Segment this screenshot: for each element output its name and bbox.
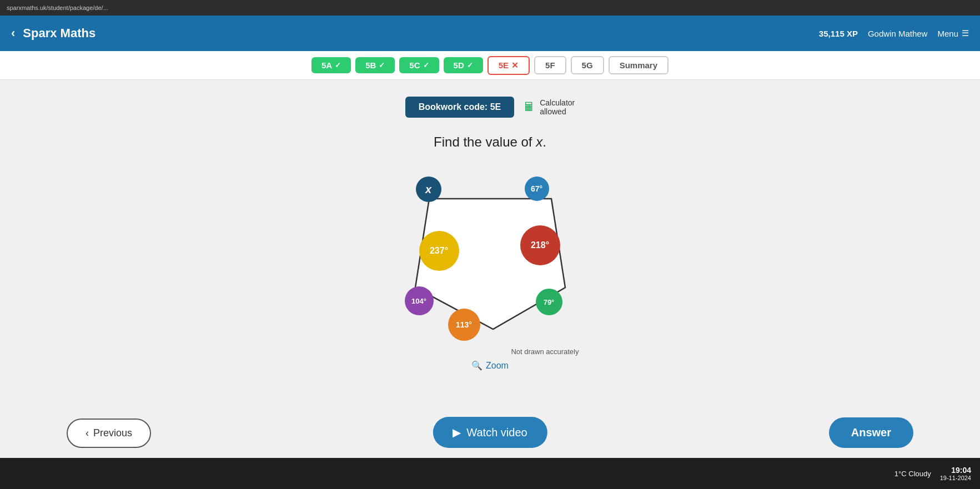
not-drawn-label: Not drawn accurately <box>401 347 579 356</box>
x-icon-5E: ✕ <box>511 61 519 70</box>
angle-104: 104° <box>405 286 434 315</box>
menu-button[interactable]: Menu ☰ <box>937 28 969 38</box>
tab-5A[interactable]: 5A ✓ <box>311 57 351 73</box>
tab-bar: 5A ✓ 5B ✓ 5C ✓ 5D ✓ 5E ✕ 5F 5G Summary <box>0 51 980 80</box>
question-text: Find the value of x. <box>434 134 546 150</box>
clock-display: 19:04 <box>940 466 971 475</box>
watch-video-container: ▶ Watch video <box>433 417 547 448</box>
bookwork-code-button[interactable]: Bookwork code: 5E <box>405 97 514 118</box>
calculator-badge: 🖩 Calculator allowed <box>523 98 575 116</box>
angle-79: 79° <box>536 289 562 315</box>
check-icon-5C: ✓ <box>423 61 429 69</box>
tab-5E[interactable]: 5E ✕ <box>488 56 530 75</box>
bookwork-bar: Bookwork code: 5E 🖩 Calculator allowed <box>405 97 575 118</box>
angle-113: 113° <box>448 309 480 341</box>
previous-button[interactable]: ‹ Previous <box>67 419 151 448</box>
username-display: Godwin Mathew <box>868 29 928 38</box>
calculator-label: Calculator <box>540 98 575 107</box>
tab-5G[interactable]: 5G <box>571 56 604 74</box>
tab-summary[interactable]: Summary <box>609 56 669 74</box>
tab-5F[interactable]: 5F <box>534 56 566 74</box>
date-display: 19-11-2024 <box>940 475 971 481</box>
check-icon-5D: ✓ <box>467 61 473 69</box>
check-icon-5B: ✓ <box>379 61 385 69</box>
weather-display: 1°C Cloudy <box>894 470 931 478</box>
diagram-container: x 67° 237° 218° 104° 79° 113° <box>401 165 579 337</box>
previous-icon: ‹ <box>86 427 89 439</box>
check-icon-5A: ✓ <box>335 61 341 69</box>
angle-67: 67° <box>525 177 549 201</box>
watch-video-icon: ▶ <box>453 426 461 439</box>
app-title: Sparx Maths <box>23 26 96 41</box>
calculator-icon: 🖩 <box>523 100 535 114</box>
previous-label: Previous <box>93 427 132 439</box>
xp-display: 35,115 XP <box>819 29 858 38</box>
angle-237: 237° <box>419 231 459 271</box>
watch-video-button[interactable]: ▶ Watch video <box>433 417 547 448</box>
taskbar: 1°C Cloudy 19:04 19-11-2024 <box>0 458 980 489</box>
tab-5B[interactable]: 5B ✓ <box>355 57 395 73</box>
zoom-button[interactable]: 🔍 Zoom <box>471 360 509 371</box>
tab-5C[interactable]: 5C ✓ <box>399 57 439 73</box>
browser-bar: sparxmaths.uk/student/package/de/... <box>0 0 980 16</box>
angle-218: 218° <box>520 225 560 265</box>
calculator-sub: allowed <box>540 107 575 116</box>
angle-x: x <box>416 177 441 202</box>
answer-button[interactable]: Answer <box>829 417 913 448</box>
app-header: ‹ Sparx Maths 35,115 XP Godwin Mathew Me… <box>0 16 980 51</box>
taskbar-right: 1°C Cloudy 19:04 19-11-2024 <box>894 466 971 481</box>
back-button[interactable]: ‹ <box>11 26 15 41</box>
header-right: 35,115 XP Godwin Mathew Menu ☰ <box>819 28 969 38</box>
tab-5D[interactable]: 5D ✓ <box>444 57 483 73</box>
zoom-icon: 🔍 <box>471 360 483 371</box>
watch-video-label: Watch video <box>466 426 527 439</box>
zoom-label: Zoom <box>486 361 509 371</box>
browser-url: sparxmaths.uk/student/package/de/... <box>7 4 108 11</box>
